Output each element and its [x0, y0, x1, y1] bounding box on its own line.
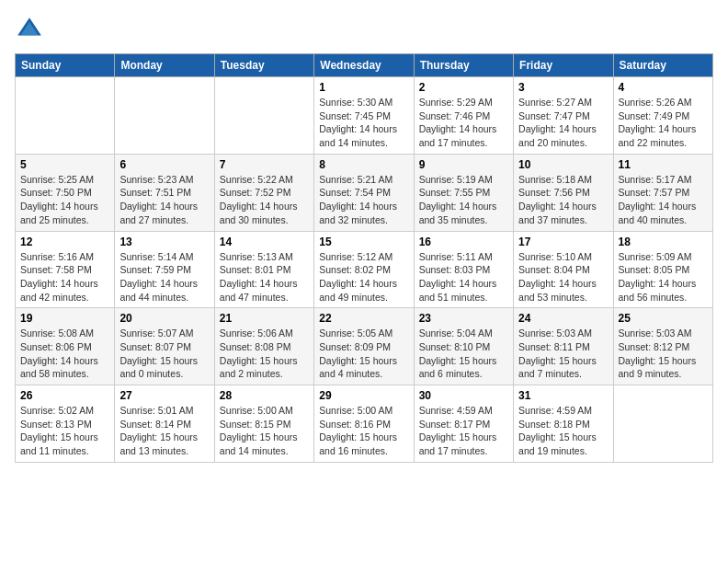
day-info: Sunrise: 5:06 AM Sunset: 8:08 PM Dayligh…: [220, 327, 309, 381]
calendar-header-tuesday: Tuesday: [214, 54, 313, 77]
day-info: Sunrise: 5:01 AM Sunset: 8:14 PM Dayligh…: [119, 404, 209, 458]
day-number: 27: [119, 389, 209, 402]
calendar-cell: [16, 77, 115, 155]
calendar-cell: 1Sunrise: 5:30 AM Sunset: 7:45 PM Daylig…: [314, 77, 414, 155]
day-number: 18: [619, 236, 708, 248]
page-header: [15, 15, 713, 44]
day-info: Sunrise: 5:04 AM Sunset: 8:10 PM Dayligh…: [419, 327, 508, 381]
calendar-cell: 22Sunrise: 5:05 AM Sunset: 8:09 PM Dayli…: [314, 308, 414, 385]
calendar-table: SundayMondayTuesdayWednesdayThursdayFrid…: [15, 53, 713, 463]
day-number: 10: [518, 158, 608, 171]
day-number: 20: [119, 312, 209, 325]
calendar-cell: [613, 385, 712, 463]
calendar-cell: 10Sunrise: 5:18 AM Sunset: 7:56 PM Dayli…: [514, 154, 613, 231]
calendar-cell: 14Sunrise: 5:13 AM Sunset: 8:01 PM Dayli…: [214, 231, 313, 308]
day-info: Sunrise: 5:18 AM Sunset: 7:56 PM Dayligh…: [518, 173, 608, 227]
day-number: 22: [319, 312, 408, 325]
day-info: Sunrise: 5:07 AM Sunset: 8:07 PM Dayligh…: [119, 327, 209, 381]
day-info: Sunrise: 5:14 AM Sunset: 7:59 PM Dayligh…: [119, 250, 209, 304]
day-info: Sunrise: 5:05 AM Sunset: 8:09 PM Dayligh…: [319, 327, 408, 381]
calendar-cell: 15Sunrise: 5:12 AM Sunset: 8:02 PM Dayli…: [314, 231, 414, 308]
calendar-cell: [115, 77, 214, 155]
calendar-cell: 31Sunrise: 4:59 AM Sunset: 8:18 PM Dayli…: [514, 385, 613, 463]
day-number: 2: [419, 81, 508, 94]
calendar-cell: 12Sunrise: 5:16 AM Sunset: 7:58 PM Dayli…: [16, 231, 115, 308]
calendar-header-saturday: Saturday: [613, 54, 712, 77]
day-info: Sunrise: 5:12 AM Sunset: 8:02 PM Dayligh…: [319, 250, 408, 304]
calendar-cell: 4Sunrise: 5:26 AM Sunset: 7:49 PM Daylig…: [613, 77, 712, 155]
day-info: Sunrise: 4:59 AM Sunset: 8:17 PM Dayligh…: [419, 404, 508, 458]
calendar-week-row: 19Sunrise: 5:08 AM Sunset: 8:06 PM Dayli…: [16, 308, 713, 385]
day-number: 30: [419, 389, 508, 402]
day-number: 3: [518, 81, 608, 94]
calendar-week-row: 12Sunrise: 5:16 AM Sunset: 7:58 PM Dayli…: [16, 231, 713, 308]
calendar-cell: 2Sunrise: 5:29 AM Sunset: 7:46 PM Daylig…: [414, 77, 513, 155]
day-info: Sunrise: 5:00 AM Sunset: 8:16 PM Dayligh…: [319, 404, 408, 458]
calendar-cell: 28Sunrise: 5:00 AM Sunset: 8:15 PM Dayli…: [214, 385, 313, 463]
day-info: Sunrise: 5:16 AM Sunset: 7:58 PM Dayligh…: [20, 250, 109, 304]
day-info: Sunrise: 5:10 AM Sunset: 8:04 PM Dayligh…: [518, 250, 608, 304]
day-number: 23: [419, 312, 508, 325]
day-info: Sunrise: 5:03 AM Sunset: 8:11 PM Dayligh…: [518, 327, 608, 381]
day-info: Sunrise: 5:26 AM Sunset: 7:49 PM Dayligh…: [619, 96, 708, 150]
day-number: 9: [419, 158, 508, 171]
calendar-cell: 23Sunrise: 5:04 AM Sunset: 8:10 PM Dayli…: [414, 308, 513, 385]
day-number: 15: [319, 236, 408, 248]
calendar-cell: 9Sunrise: 5:19 AM Sunset: 7:55 PM Daylig…: [414, 154, 513, 231]
day-number: 26: [20, 389, 109, 402]
calendar-cell: 21Sunrise: 5:06 AM Sunset: 8:08 PM Dayli…: [214, 308, 313, 385]
calendar-cell: 27Sunrise: 5:01 AM Sunset: 8:14 PM Dayli…: [115, 385, 214, 463]
day-number: 19: [20, 312, 109, 325]
calendar-cell: 13Sunrise: 5:14 AM Sunset: 7:59 PM Dayli…: [115, 231, 214, 308]
logo: [15, 15, 48, 44]
calendar-header-monday: Monday: [115, 54, 214, 77]
calendar-cell: 24Sunrise: 5:03 AM Sunset: 8:11 PM Dayli…: [514, 308, 613, 385]
day-info: Sunrise: 5:22 AM Sunset: 7:52 PM Dayligh…: [220, 173, 309, 227]
calendar-cell: 26Sunrise: 5:02 AM Sunset: 8:13 PM Dayli…: [16, 385, 115, 463]
day-info: Sunrise: 5:30 AM Sunset: 7:45 PM Dayligh…: [319, 96, 408, 150]
day-number: 29: [319, 389, 408, 402]
day-info: Sunrise: 5:29 AM Sunset: 7:46 PM Dayligh…: [419, 96, 508, 150]
day-info: Sunrise: 5:11 AM Sunset: 8:03 PM Dayligh…: [419, 250, 508, 304]
day-number: 24: [518, 312, 608, 325]
calendar-cell: 3Sunrise: 5:27 AM Sunset: 7:47 PM Daylig…: [514, 77, 613, 155]
day-number: 13: [119, 236, 209, 248]
day-info: Sunrise: 5:13 AM Sunset: 8:01 PM Dayligh…: [220, 250, 309, 304]
calendar-week-row: 1Sunrise: 5:30 AM Sunset: 7:45 PM Daylig…: [16, 77, 713, 155]
day-number: 8: [319, 158, 408, 171]
calendar-cell: 30Sunrise: 4:59 AM Sunset: 8:17 PM Dayli…: [414, 385, 513, 463]
calendar-header-sunday: Sunday: [16, 54, 115, 77]
day-info: Sunrise: 5:17 AM Sunset: 7:57 PM Dayligh…: [619, 173, 708, 227]
calendar-cell: 6Sunrise: 5:23 AM Sunset: 7:51 PM Daylig…: [115, 154, 214, 231]
day-info: Sunrise: 5:00 AM Sunset: 8:15 PM Dayligh…: [220, 404, 309, 458]
day-number: 31: [518, 389, 608, 402]
day-number: 5: [20, 158, 109, 171]
day-number: 21: [220, 312, 309, 325]
calendar-header-row: SundayMondayTuesdayWednesdayThursdayFrid…: [16, 54, 713, 77]
day-number: 1: [319, 81, 408, 94]
calendar-week-row: 5Sunrise: 5:25 AM Sunset: 7:50 PM Daylig…: [16, 154, 713, 231]
calendar-cell: 16Sunrise: 5:11 AM Sunset: 8:03 PM Dayli…: [414, 231, 513, 308]
day-info: Sunrise: 5:08 AM Sunset: 8:06 PM Dayligh…: [20, 327, 109, 381]
day-info: Sunrise: 5:23 AM Sunset: 7:51 PM Dayligh…: [119, 173, 209, 227]
day-number: 4: [619, 81, 708, 94]
calendar-cell: [214, 77, 313, 155]
day-info: Sunrise: 5:02 AM Sunset: 8:13 PM Dayligh…: [20, 404, 109, 458]
day-number: 12: [20, 236, 109, 248]
calendar-header-wednesday: Wednesday: [314, 54, 414, 77]
day-number: 7: [220, 158, 309, 171]
calendar-cell: 7Sunrise: 5:22 AM Sunset: 7:52 PM Daylig…: [214, 154, 313, 231]
calendar-cell: 8Sunrise: 5:21 AM Sunset: 7:54 PM Daylig…: [314, 154, 414, 231]
calendar-week-row: 26Sunrise: 5:02 AM Sunset: 8:13 PM Dayli…: [16, 385, 713, 463]
day-number: 25: [619, 312, 708, 325]
calendar-header-thursday: Thursday: [414, 54, 513, 77]
day-info: Sunrise: 5:27 AM Sunset: 7:47 PM Dayligh…: [518, 96, 608, 150]
day-info: Sunrise: 5:19 AM Sunset: 7:55 PM Dayligh…: [419, 173, 508, 227]
calendar-cell: 29Sunrise: 5:00 AM Sunset: 8:16 PM Dayli…: [314, 385, 414, 463]
day-number: 11: [619, 158, 708, 171]
day-info: Sunrise: 5:21 AM Sunset: 7:54 PM Dayligh…: [319, 173, 408, 227]
day-info: Sunrise: 5:09 AM Sunset: 8:05 PM Dayligh…: [619, 250, 708, 304]
calendar-cell: 5Sunrise: 5:25 AM Sunset: 7:50 PM Daylig…: [16, 154, 115, 231]
day-number: 28: [220, 389, 309, 402]
day-info: Sunrise: 4:59 AM Sunset: 8:18 PM Dayligh…: [518, 404, 608, 458]
